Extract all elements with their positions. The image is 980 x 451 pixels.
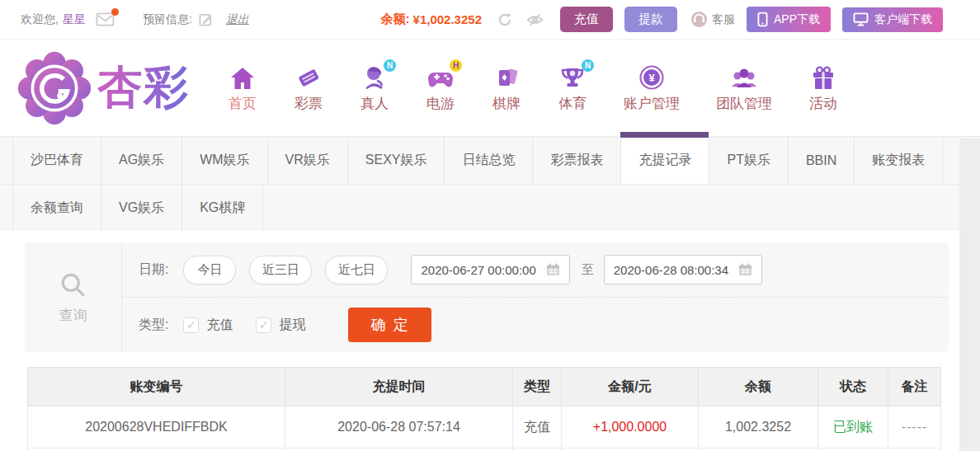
welcome-text: 欢迎您, [21, 12, 59, 27]
app-download-label: APP下载 [774, 12, 820, 27]
client-download-label: 客户端下载 [874, 12, 932, 27]
tab-lottery-report[interactable]: 彩票报表 [532, 137, 620, 184]
filter-rows: 日期: 今日 近三日 近七日 2020-06-27 00:00:00 至 202… [122, 242, 949, 352]
client-download-button[interactable]: 客户端下载 [842, 7, 943, 32]
query-label: 查询 [59, 306, 87, 325]
svg-text:¥: ¥ [648, 72, 655, 84]
gamepad-icon: H [426, 63, 455, 91]
nav-home-label: 首页 [229, 94, 257, 113]
refresh-icon[interactable] [497, 12, 513, 28]
live-person-icon: N [360, 63, 389, 91]
tab-bbin[interactable]: BBIN [788, 137, 854, 184]
nav-account[interactable]: ¥ 账户管理 [620, 63, 683, 113]
date-label: 日期: [139, 261, 168, 279]
scrollbar-track[interactable] [959, 139, 980, 451]
range-today-button[interactable]: 今日 [183, 256, 236, 284]
nav-egames[interactable]: H 电游 [422, 63, 459, 113]
cards-icon [492, 63, 521, 91]
tab-vr[interactable]: VR娱乐 [267, 137, 347, 184]
range-3days-button[interactable]: 近三日 [249, 256, 312, 284]
app-download-button[interactable]: APP下载 [747, 7, 831, 32]
eye-off-icon[interactable] [526, 12, 544, 27]
main-nav: 首页 彩票 N 真人 H 电游 棋牌 [224, 63, 841, 113]
balance-label: 余额: [381, 12, 410, 27]
ticket-icon [294, 63, 323, 91]
topbar: 欢迎您, 星星 预留信息: 退出 余额: ¥1,002.3252 充值 提款 客… [0, 0, 980, 40]
checkbox-withdraw-label: 提现 [279, 317, 305, 334]
tab-balance-query[interactable]: 余额查询 [12, 185, 101, 231]
date-to-input[interactable]: 2020-06-28 08:00:34 [604, 255, 762, 284]
checkbox-recharge[interactable]: ✓ 充值 [183, 317, 233, 334]
date-filter-row: 日期: 今日 近三日 近七日 2020-06-27 00:00:00 至 202… [122, 242, 949, 298]
site-header: 杏彩 首页 彩票 N 真人 H 电游 [0, 40, 980, 136]
type-label: 类型: [139, 317, 168, 334]
tab-pt[interactable]: PT娱乐 [709, 137, 787, 184]
tab-vg[interactable]: VG娱乐 [101, 185, 181, 231]
nav-chess-label: 棋牌 [492, 94, 521, 113]
tab-row-2: 余额查询 VG娱乐 KG棋牌 [0, 184, 980, 231]
logout-link[interactable]: 退出 [226, 12, 249, 27]
mail-icon[interactable] [96, 12, 115, 27]
tab-shaba-sports[interactable]: 沙巴体育 [12, 137, 101, 184]
table-row: 20200628VHEDIFFBDK 2020-06-28 07:57:14 充… [28, 406, 941, 449]
confirm-button[interactable]: 确 定 [348, 308, 431, 342]
report-tabbar: 沙巴体育 AG娱乐 WM娱乐 VR娱乐 SEXY娱乐 日结总览 彩票报表 充提记… [0, 136, 980, 231]
table-header-row: 账变编号 充提时间 类型 金额/元 余额 状态 备注 [28, 368, 941, 406]
col-change-id: 账变编号 [28, 368, 285, 406]
calendar-icon[interactable] [546, 263, 560, 276]
col-balance: 余额 [699, 368, 818, 406]
service-avatar-icon [690, 11, 708, 28]
range-7days-button[interactable]: 近七日 [325, 256, 388, 284]
tab-daily-summary[interactable]: 日结总览 [444, 137, 532, 184]
customer-service[interactable]: 客服 [690, 11, 735, 28]
monitor-icon [853, 12, 869, 26]
username-link[interactable]: 星星 [63, 12, 86, 27]
tab-wm[interactable]: WM娱乐 [181, 137, 266, 184]
checkbox-recharge-label: 充值 [206, 317, 233, 334]
col-time: 充提时间 [285, 368, 513, 406]
checkbox-recharge-box[interactable]: ✓ [183, 317, 199, 333]
logo-flower-icon [16, 50, 92, 126]
nav-home[interactable]: 首页 [224, 63, 261, 113]
cell-status: 已到账 [818, 406, 888, 449]
checkbox-withdraw[interactable]: ✓ 提现 [256, 317, 305, 334]
tab-kg[interactable]: KG棋牌 [181, 185, 263, 231]
nav-chess[interactable]: 棋牌 [488, 63, 525, 113]
query-zone: 查询 [25, 242, 122, 352]
badge-n: N [582, 59, 594, 72]
tab-sexy[interactable]: SEXY娱乐 [347, 137, 445, 184]
col-remark: 备注 [888, 368, 941, 406]
nav-activity-label: 活动 [809, 94, 837, 113]
site-logo[interactable]: 杏彩 [16, 50, 190, 126]
nav-activity[interactable]: 活动 [805, 63, 841, 113]
recharge-button[interactable]: 充值 [560, 7, 613, 32]
cell-balance: 1,002.3252 [699, 406, 818, 449]
col-type: 类型 [513, 368, 562, 406]
tab-deposit-withdraw-records[interactable]: 充提记录 [620, 137, 709, 184]
nav-sports[interactable]: N 体育 [554, 63, 591, 113]
tab-ag[interactable]: AG娱乐 [101, 137, 181, 184]
withdraw-button[interactable]: 提款 [624, 7, 677, 32]
nav-live[interactable]: N 真人 [356, 63, 393, 113]
search-icon [59, 270, 88, 300]
nav-live-label: 真人 [360, 94, 389, 113]
nav-egames-label: 电游 [426, 94, 455, 113]
nav-team[interactable]: 团队管理 [713, 63, 775, 113]
calendar-icon[interactable] [738, 263, 752, 276]
tab-account-change-report[interactable]: 账变报表 [854, 137, 942, 184]
cell-type: 充值 [513, 406, 562, 449]
checkbox-withdraw-box[interactable]: ✓ [256, 317, 271, 333]
reserved-info-label: 预留信息: [143, 12, 192, 27]
cell-change-id: 20200628VHEDIFFBDK [28, 406, 285, 449]
cell-amount: +1,000.0000 [562, 406, 699, 449]
date-to-value: 2020-06-28 08:00:34 [614, 263, 728, 277]
date-from-input[interactable]: 2020-06-27 00:00:00 [411, 255, 569, 284]
nav-account-label: 账户管理 [624, 94, 680, 113]
table-row-partial [28, 449, 941, 451]
nav-lottery[interactable]: 彩票 [290, 63, 327, 113]
edit-icon[interactable] [199, 12, 213, 26]
cell-remark: ----- [888, 406, 941, 449]
tab-row-1: 沙巴体育 AG娱乐 WM娱乐 VR娱乐 SEXY娱乐 日结总览 彩票报表 充提记… [0, 137, 980, 184]
notification-dot [111, 8, 119, 16]
phone-icon [757, 12, 768, 27]
